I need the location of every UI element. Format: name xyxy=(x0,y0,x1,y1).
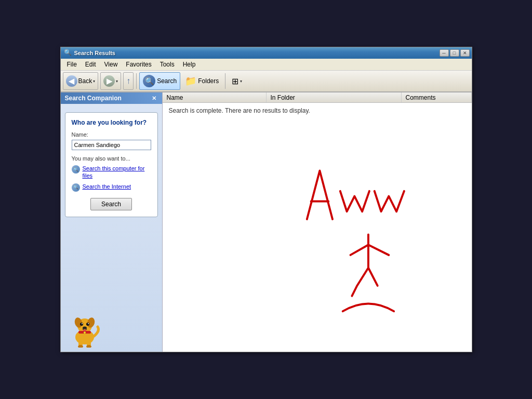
aww-doodle xyxy=(169,114,466,352)
search-button[interactable]: Search xyxy=(90,198,132,210)
svg-point-7 xyxy=(88,323,89,324)
views-icon: ⊞ xyxy=(232,76,238,86)
title-bar: 🔍 Search Results ─ □ ✕ xyxy=(61,47,472,59)
dog-illustration xyxy=(69,311,100,348)
folders-toolbar-label: Folders xyxy=(198,77,219,85)
search-toolbar-icon: 🔍 xyxy=(143,75,155,87)
menu-view[interactable]: View xyxy=(100,60,122,69)
search-internet-link[interactable]: 🔍 Search the Internet xyxy=(72,183,151,192)
menu-bar: File Edit View Favorites Tools Help xyxy=(61,59,472,71)
main-pane: Name In Folder Comments Search is comple… xyxy=(163,92,472,352)
forward-arrow-icon: ▶ xyxy=(103,75,115,87)
menu-help[interactable]: Help xyxy=(179,60,200,69)
toolbar-sep-1 xyxy=(136,73,137,89)
search-toolbar-label: Search xyxy=(157,77,177,85)
column-comments: Comments xyxy=(402,92,472,102)
search-dog-mascot xyxy=(61,307,162,352)
menu-edit[interactable]: Edit xyxy=(81,60,100,69)
name-input[interactable] xyxy=(72,140,151,150)
forward-button[interactable]: ▶ ▾ xyxy=(100,72,121,90)
search-companion-sidebar: Search Companion ✕ Who are you looking f… xyxy=(61,92,163,352)
search-toolbar-button[interactable]: 🔍 Search xyxy=(139,72,180,90)
search-form: Who are you looking for? Name: You may a… xyxy=(65,112,158,217)
column-headers: Name In Folder Comments xyxy=(163,92,472,103)
no-results-message: Search is complete. There are no results… xyxy=(169,107,466,114)
column-in-folder: In Folder xyxy=(267,92,402,102)
svg-point-11 xyxy=(84,331,86,334)
svg-point-4 xyxy=(80,323,83,326)
search-internet-text[interactable]: Search the Internet xyxy=(83,183,131,190)
column-name: Name xyxy=(163,92,267,102)
svg-point-6 xyxy=(82,323,83,324)
explorer-window: 🔍 Search Results ─ □ ✕ File Edit View Fa… xyxy=(60,47,472,352)
sidebar-title: Search Companion xyxy=(65,95,122,102)
search-computer-icon: 🔍 xyxy=(72,165,80,174)
search-computer-link[interactable]: 🔍 Search this computer for files xyxy=(72,165,151,180)
back-label: Back xyxy=(78,77,92,85)
results-area: Search is complete. There are no results… xyxy=(163,103,472,352)
window-icon: 🔍 xyxy=(64,49,72,57)
maximize-button[interactable]: □ xyxy=(450,49,459,57)
title-bar-buttons: ─ □ ✕ xyxy=(440,49,470,57)
sidebar-content: Who are you looking for? Name: You may a… xyxy=(61,104,162,307)
folders-icon: 📁 xyxy=(185,75,196,87)
title-bar-left: 🔍 Search Results xyxy=(64,49,115,57)
views-button[interactable]: ⊞ ▾ xyxy=(228,72,246,90)
close-button[interactable]: ✕ xyxy=(460,49,470,57)
svg-point-5 xyxy=(86,323,89,326)
search-form-title: Who are you looking for? xyxy=(72,119,151,126)
window-title: Search Results xyxy=(74,50,115,56)
folders-toolbar-button[interactable]: 📁 Folders xyxy=(181,72,222,90)
minimize-button[interactable]: ─ xyxy=(440,49,449,57)
back-arrow-icon: ◀ xyxy=(66,75,77,87)
views-dropdown-icon: ▾ xyxy=(240,79,242,84)
svg-point-8 xyxy=(83,327,87,329)
search-internet-icon: 🔍 xyxy=(72,183,80,192)
sidebar-close-button[interactable]: ✕ xyxy=(151,95,158,102)
toolbar: ◀ Back ▾ ▶ ▾ ↑ 🔍 Search 📁 Folders ⊞ ▾ xyxy=(61,71,472,92)
toolbar-sep-2 xyxy=(225,73,225,89)
menu-file[interactable]: File xyxy=(63,60,81,69)
up-arrow-icon: ↑ xyxy=(126,76,130,86)
up-button[interactable]: ↑ xyxy=(123,72,134,90)
forward-dropdown-icon: ▾ xyxy=(116,79,118,84)
search-computer-text[interactable]: Search this computer for files xyxy=(83,165,151,180)
sidebar-header: Search Companion ✕ xyxy=(61,92,162,104)
menu-tools[interactable]: Tools xyxy=(156,60,179,69)
content-area: Search Companion ✕ Who are you looking f… xyxy=(61,92,472,352)
back-button[interactable]: ◀ Back ▾ xyxy=(63,72,99,90)
name-field-label: Name: xyxy=(72,131,151,138)
may-also-label: You may also want to... xyxy=(72,155,151,162)
menu-favorites[interactable]: Favorites xyxy=(122,60,155,69)
back-dropdown-icon: ▾ xyxy=(93,79,95,84)
